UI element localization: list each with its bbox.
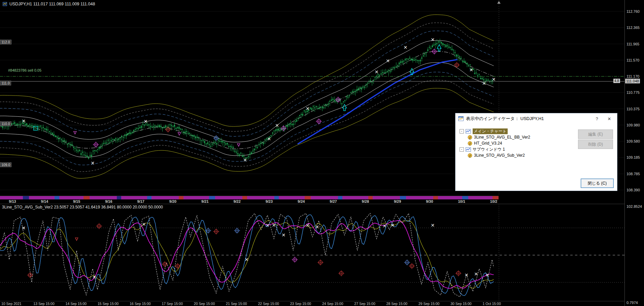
dialog-close-icon[interactable]: ✕ — [604, 115, 614, 122]
ribbon-segment — [274, 196, 279, 199]
ribbon-segment — [215, 196, 242, 199]
svg-text:✕: ✕ — [22, 118, 26, 124]
price-scale[interactable]: 111.048 102.8524 0.7974 112.760112.36511… — [624, 0, 644, 306]
time-label: 16 Sep 15:00 — [130, 302, 150, 306]
ribbon-segment — [183, 196, 209, 199]
price-scale-label: 110.375 — [626, 107, 640, 111]
ribbon-segment — [493, 196, 499, 199]
candles — [0, 39, 493, 161]
ribbon-segment — [117, 196, 122, 199]
sell-order-label[interactable]: #84823786 sell 0.05 — [8, 68, 41, 72]
date-label: 9/20 — [169, 199, 176, 203]
sub-signal-markers: ✕✕✕✕✕✕✕✕✕✕✕✕✕✕✕ — [22, 222, 489, 280]
date-label: 10/2 — [490, 199, 497, 203]
date-axis[interactable]: 9/139/149/159/169/179/209/219/229/239/24… — [0, 199, 624, 204]
svg-text:✕: ✕ — [266, 223, 270, 228]
svg-text:✕: ✕ — [474, 271, 478, 277]
time-label: 14 Sep 15:00 — [66, 302, 87, 306]
chart-icon — [466, 129, 471, 133]
ohlc-text: USDJPY,H1 111.017 111.069 111.009 111.04… — [9, 2, 95, 6]
date-label: 9/15 — [73, 199, 80, 203]
tree-expand-icon[interactable]: - — [460, 129, 464, 133]
ribbon-segment — [468, 196, 493, 199]
svg-text:✕: ✕ — [22, 225, 26, 231]
ribbon-segment — [433, 196, 438, 199]
svg-text:✕: ✕ — [245, 257, 249, 262]
indicator-function-icon: f — [468, 141, 472, 146]
tree-node-main-chart[interactable]: -メイン・チャート — [460, 128, 530, 134]
time-axis[interactable]: 10 Sep 202113 Sep 15:0014 Sep 15:0015 Se… — [0, 302, 624, 306]
ribbon-segment — [0, 196, 23, 199]
svg-text:✕: ✕ — [144, 119, 148, 124]
indicator-name-label: 3Line_STO_AVG_EL_BB_Ver2 — [474, 135, 530, 140]
date-label: 9/17 — [137, 199, 144, 203]
ribbon-segment — [59, 196, 83, 199]
ribbon-segment — [90, 196, 117, 199]
ribbon-segment — [338, 196, 343, 199]
timeframe-ribbon — [0, 196, 499, 199]
date-label: 9/22 — [233, 199, 240, 203]
edit-button: 編集 (E) — [578, 129, 613, 139]
date-label: 9/27 — [330, 199, 337, 203]
indicator-name-label: HT_Grid_V3.24 — [474, 141, 502, 146]
ribbon-segment — [179, 196, 183, 199]
mt4-chart-window: ✕✕✕✕✕✕✕✕✕✕✕✕✕✕ USDJPY,H1 111.017 111.069… — [0, 0, 644, 306]
tree-node-indicator[interactable]: fHT_Grid_V3.24 — [460, 140, 530, 146]
svg-text:✕: ✕ — [142, 222, 146, 227]
ribbon-segment — [373, 196, 400, 199]
ribbon-segment — [368, 196, 373, 199]
indicator-function-icon: f — [468, 153, 472, 158]
tree-node-label: メイン・チャート — [473, 128, 508, 134]
help-button[interactable]: ? — [592, 115, 602, 122]
date-label: 9/13 — [9, 199, 16, 203]
svg-text:✕: ✕ — [465, 272, 469, 278]
date-label: 9/16 — [105, 199, 112, 203]
date-label: 9/14 — [41, 199, 48, 203]
ribbon-segment — [209, 196, 215, 199]
date-label: 9/24 — [298, 199, 305, 203]
price-scale-label: 111.170 — [626, 74, 639, 78]
time-label: 29 Sep 15:00 — [418, 302, 439, 306]
ribbon-segment — [147, 196, 152, 199]
close-button[interactable]: 閉じる (C) — [581, 179, 614, 188]
svg-text:✕: ✕ — [91, 160, 95, 166]
svg-text:✕: ✕ — [306, 223, 310, 228]
price-scale-label: 108.785 — [626, 172, 640, 176]
dialog-icon — [458, 116, 464, 121]
svg-text:✕: ✕ — [383, 223, 387, 229]
date-label: 9/29 — [394, 199, 401, 203]
svg-text:✕: ✕ — [267, 136, 271, 142]
time-label: 27 Sep 15:00 — [354, 302, 375, 306]
ribbon-segment — [247, 196, 274, 199]
price-scale-label: 109.980 — [626, 123, 640, 127]
sub-chart-canvas[interactable]: ✕✕✕✕✕✕✕✕✕✕✕✕✕✕✕ — [0, 204, 624, 301]
chart-window-icon — [3, 2, 7, 6]
chart-shift-marker[interactable] — [497, 1, 501, 4]
svg-text:✕: ✕ — [469, 67, 473, 73]
ribbon-segment — [305, 196, 311, 199]
svg-text:✕: ✕ — [272, 223, 276, 228]
tree-expand-icon[interactable]: - — [460, 147, 464, 152]
price-scale-label: 108.390 — [626, 188, 640, 192]
dialog-titlebar[interactable]: 表示中のインディケータ： USDJPY,H1 ? ✕ — [455, 113, 617, 124]
svg-text:✕: ✕ — [386, 58, 390, 64]
svg-text:✕: ✕ — [92, 274, 96, 280]
chart-icon — [466, 147, 471, 152]
ribbon-segment — [83, 196, 90, 199]
sub-scale-bottom-label: 0.7974 — [626, 301, 638, 305]
tree-node-indicator[interactable]: f3Line_STO_AVG_Sub_Ver2 — [460, 152, 530, 158]
time-axis-separator — [0, 301, 624, 301]
ribbon-segment — [406, 196, 433, 199]
tree-node-indicator[interactable]: f3Line_STO_AVG_EL_BB_Ver2 — [460, 134, 530, 140]
sto-line-magenta — [0, 221, 494, 289]
tree-node-label: サブウィンドウ 1 — [473, 147, 505, 152]
delete-button: 削除 (D) — [578, 140, 613, 149]
time-label: 13 Sep 15:00 — [33, 302, 54, 306]
time-label: 22 Sep 15:00 — [258, 302, 279, 306]
price-scale-label: 112.365 — [626, 26, 640, 30]
svg-text:✕: ✕ — [431, 223, 435, 228]
svg-text:✕: ✕ — [485, 272, 489, 278]
time-label: 28 Sep 15:00 — [386, 302, 407, 306]
tree-node-subwindow[interactable]: -サブウィンドウ 1 — [460, 146, 530, 152]
time-label: 24 Sep 15:00 — [322, 302, 343, 306]
